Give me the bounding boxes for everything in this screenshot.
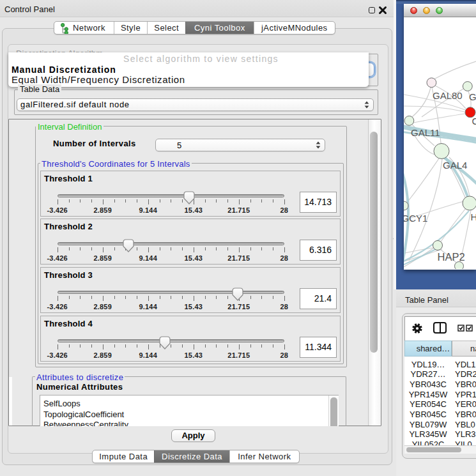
svg-text:H: H bbox=[471, 211, 476, 222]
svg-text:HAP2: HAP2 bbox=[438, 251, 465, 263]
svg-text:GCY1: GCY1 bbox=[404, 213, 427, 224]
svg-text:C: C bbox=[472, 116, 476, 127]
svg-text:GA: GA bbox=[469, 91, 476, 102]
svg-text:GAL80: GAL80 bbox=[433, 90, 463, 101]
svg-text:GAL4: GAL4 bbox=[443, 160, 467, 171]
svg-text:GAL11: GAL11 bbox=[411, 127, 440, 138]
